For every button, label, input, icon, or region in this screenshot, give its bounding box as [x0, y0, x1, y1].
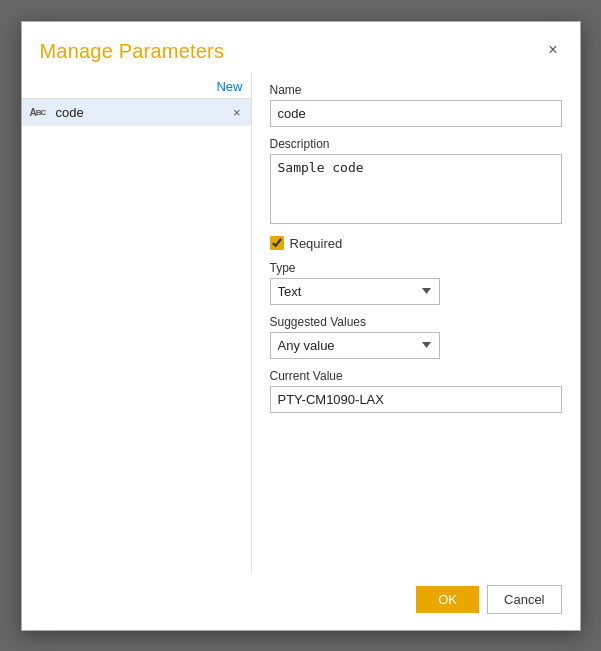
left-panel-toolbar: New	[22, 73, 251, 99]
cancel-button[interactable]: Cancel	[487, 585, 561, 614]
description-input[interactable]: Sample code	[270, 154, 562, 224]
current-value-field-group: Current Value	[270, 369, 562, 413]
type-select[interactable]: Text Number Date Any	[270, 278, 440, 305]
new-parameter-button[interactable]: New	[216, 79, 242, 94]
name-label: Name	[270, 83, 562, 97]
required-row: Required	[270, 236, 562, 251]
description-field-group: Description Sample code	[270, 137, 562, 224]
dialog-title: Manage Parameters	[40, 40, 225, 63]
dialog-footer: OK Cancel	[22, 573, 580, 630]
current-value-label: Current Value	[270, 369, 562, 383]
required-checkbox[interactable]	[270, 236, 284, 250]
suggested-values-select[interactable]: Any value List of values	[270, 332, 440, 359]
right-panel: Name Description Sample code Required Ty…	[252, 73, 580, 573]
close-button[interactable]: ×	[544, 40, 561, 60]
delete-param-button[interactable]: ×	[231, 106, 243, 119]
current-value-input[interactable]	[270, 386, 562, 413]
left-panel: New ABC code ×	[22, 73, 252, 573]
parameter-list: ABC code ×	[22, 99, 251, 573]
ok-button[interactable]: OK	[416, 586, 479, 613]
manage-parameters-dialog: Manage Parameters × New ABC code × Name	[21, 21, 581, 631]
name-field-group: Name	[270, 83, 562, 127]
dialog-header: Manage Parameters ×	[22, 22, 580, 73]
dialog-body: New ABC code × Name Description Sample c…	[22, 73, 580, 573]
abc-icon: ABC	[30, 107, 50, 118]
type-field-group: Type Text Number Date Any	[270, 261, 562, 305]
list-item[interactable]: ABC code ×	[22, 99, 251, 126]
suggested-values-field-group: Suggested Values Any value List of value…	[270, 315, 562, 359]
name-input[interactable]	[270, 100, 562, 127]
required-label[interactable]: Required	[290, 236, 343, 251]
param-name-label: code	[56, 105, 225, 120]
suggested-values-label: Suggested Values	[270, 315, 562, 329]
type-label: Type	[270, 261, 562, 275]
description-label: Description	[270, 137, 562, 151]
